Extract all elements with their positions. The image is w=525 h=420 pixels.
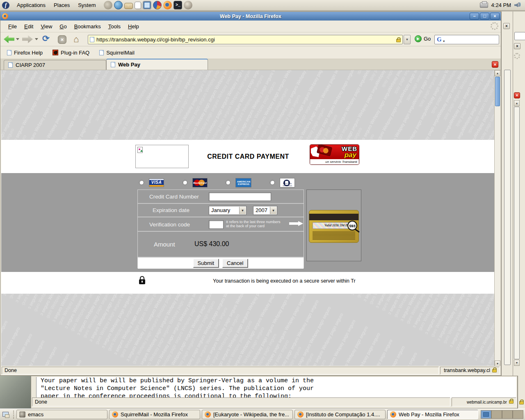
task-label: [Eukaryote - Wikipedia, the fre... bbox=[213, 411, 289, 418]
task-squirrelmail[interactable]: SquirrelMail - Mozilla Firefox bbox=[109, 410, 200, 419]
workspace-2[interactable] bbox=[491, 410, 502, 419]
cancel-button[interactable]: Cancel bbox=[222, 259, 248, 268]
radio-diners[interactable] bbox=[270, 180, 275, 185]
year-select[interactable]: 2007 ▼ bbox=[253, 206, 277, 215]
terminal-icon[interactable]: >_ bbox=[173, 1, 182, 9]
menu-go[interactable]: Go bbox=[56, 22, 70, 31]
chevron-down-icon[interactable]: ▼ bbox=[239, 207, 246, 214]
menu-bookmarks[interactable]: Bookmarks bbox=[71, 22, 105, 31]
emacs-icon bbox=[19, 411, 25, 418]
titlebar[interactable]: Web Pay - Mozilla Firefox – □ × bbox=[0, 12, 501, 21]
home-button[interactable]: ⌂ bbox=[73, 34, 79, 45]
lock-icon bbox=[396, 39, 401, 42]
menu-applications[interactable]: Applications bbox=[13, 0, 50, 10]
chart-icon[interactable] bbox=[153, 1, 162, 9]
close-icon[interactable]: × bbox=[514, 43, 520, 49]
maximize-button[interactable]: □ bbox=[480, 13, 489, 20]
bookmark-firefox-help[interactable]: Firefox Help bbox=[7, 50, 43, 56]
menu-help[interactable]: Help bbox=[124, 22, 143, 31]
go-button[interactable]: ▶ Go bbox=[415, 35, 431, 42]
workspace-1[interactable] bbox=[481, 410, 491, 419]
tab-close-icon[interactable]: × bbox=[514, 92, 520, 98]
background-window-edge-3 bbox=[518, 376, 525, 409]
month-select[interactable]: January ▼ bbox=[209, 206, 247, 215]
task-emacs[interactable]: emacs bbox=[16, 410, 107, 419]
url-bar[interactable]: https://transbank.webpay.cl/cgi-bin/bp_r… bbox=[88, 35, 403, 44]
task-instituto[interactable]: [Instituto de Computação 1.4.... bbox=[294, 410, 386, 419]
gnu-icon[interactable] bbox=[104, 1, 112, 9]
task-webpay[interactable]: Web Pay - Mozilla Firefox bbox=[387, 410, 478, 419]
tab-close-icon[interactable]: × bbox=[492, 61, 498, 68]
printer-icon[interactable] bbox=[480, 2, 488, 8]
radio-visa[interactable] bbox=[139, 180, 144, 185]
show-desktop-button[interactable] bbox=[2, 411, 10, 419]
year-value: 2007 bbox=[256, 207, 267, 213]
cc-number-input[interactable] bbox=[209, 192, 271, 201]
panel-launchers: >_ bbox=[104, 1, 192, 9]
back-button[interactable] bbox=[4, 35, 14, 43]
reload-button[interactable]: ⟳ bbox=[42, 34, 50, 43]
tab-label: CIARP 2007 bbox=[16, 62, 45, 68]
page-title: CREDIT CARD PAYMENT bbox=[1, 153, 495, 160]
tab-web-pay[interactable]: Web Pay bbox=[106, 59, 208, 70]
browser-globe-icon[interactable] bbox=[114, 1, 123, 9]
workspace-4[interactable] bbox=[513, 410, 523, 419]
task-eukaryote[interactable]: [Eukaryote - Wikipedia, the fre... bbox=[202, 410, 293, 419]
scrollbar-thumb[interactable] bbox=[495, 77, 500, 106]
menu-view[interactable]: View bbox=[37, 22, 56, 31]
scroll-up-button[interactable]: ▲ bbox=[514, 100, 520, 106]
forward-dropdown-icon[interactable] bbox=[35, 38, 38, 40]
menu-places[interactable]: Places bbox=[50, 0, 74, 10]
chevron-down-icon[interactable]: ▼ bbox=[270, 207, 276, 214]
back-dropdown-icon[interactable] bbox=[16, 38, 19, 40]
background-firefox-window[interactable]: Your paper will be will be published by … bbox=[31, 376, 518, 409]
bookmark-squirrelmail[interactable]: SquirrelMail bbox=[99, 50, 135, 56]
card-back-illustration: Valid 1036 594 09 593 bbox=[306, 189, 361, 261]
tab-ciarp-2007[interactable]: CIARP 2007 bbox=[4, 60, 106, 70]
workspace-3[interactable] bbox=[502, 410, 513, 419]
firefox-icon[interactable] bbox=[163, 1, 172, 9]
stop-button[interactable]: × bbox=[58, 35, 66, 44]
email-icon[interactable] bbox=[124, 3, 133, 9]
menu-tools[interactable]: Tools bbox=[105, 22, 124, 31]
radio-mastercard[interactable] bbox=[183, 180, 187, 185]
close-icon[interactable]: × bbox=[503, 23, 510, 29]
forward-button[interactable] bbox=[22, 35, 33, 43]
scroll-down-button[interactable]: ▼ bbox=[514, 360, 520, 366]
page-scrollbar[interactable]: ▲ ▼ bbox=[494, 70, 500, 367]
url-text[interactable]: https://transbank.webpay.cl/cgi-bin/bp_r… bbox=[96, 37, 394, 43]
background-scrollbar[interactable] bbox=[514, 107, 520, 359]
background-search-input[interactable] bbox=[514, 32, 525, 40]
background-status-bar: Done webmail.ic.unicamp.br bbox=[32, 397, 516, 406]
bookmark-label: SquirrelMail bbox=[106, 50, 135, 56]
menu-file[interactable]: File bbox=[5, 22, 21, 31]
search-input[interactable]: G ▼ bbox=[434, 35, 499, 44]
visa-logo: VISA bbox=[149, 178, 164, 187]
minimize-button[interactable]: – bbox=[470, 13, 479, 20]
submit-button[interactable]: Submit bbox=[193, 259, 219, 268]
diners-logo: Diners Club International bbox=[280, 178, 295, 187]
close-button[interactable]: × bbox=[490, 13, 500, 20]
search-engine-dropdown-icon[interactable]: ▼ bbox=[443, 40, 445, 43]
menu-edit[interactable]: Edit bbox=[21, 22, 37, 31]
amex-logo: AMERICAN EXPRESS bbox=[235, 178, 251, 187]
volume-icon[interactable] bbox=[514, 2, 522, 9]
scroll-up-button[interactable]: ▲ bbox=[495, 70, 500, 76]
firefox-icon bbox=[390, 411, 396, 418]
verification-input[interactable] bbox=[209, 220, 224, 229]
verification-hint-2: at the back of your card bbox=[226, 224, 265, 228]
task-label: [Instituto de Computação 1.4.... bbox=[306, 411, 380, 418]
clock[interactable]: 4:24 PM bbox=[491, 2, 511, 8]
gimp-icon[interactable] bbox=[184, 1, 192, 9]
signature-band: Valid 1036 594 09 593 bbox=[313, 222, 355, 229]
url-dropdown-button[interactable]: ▼ bbox=[404, 35, 411, 44]
status-text: Done bbox=[2, 367, 439, 374]
lock-icon bbox=[519, 401, 524, 404]
distro-logo-icon[interactable]: f bbox=[2, 2, 9, 9]
bookmark-plugin-faq[interactable]: Plug-in FAQ bbox=[52, 50, 89, 56]
background-scrollbar[interactable] bbox=[504, 70, 511, 365]
menu-system[interactable]: System bbox=[74, 0, 100, 10]
screen-icon[interactable] bbox=[143, 1, 151, 9]
radio-amex[interactable] bbox=[226, 180, 231, 185]
documents-icon[interactable] bbox=[135, 2, 141, 9]
